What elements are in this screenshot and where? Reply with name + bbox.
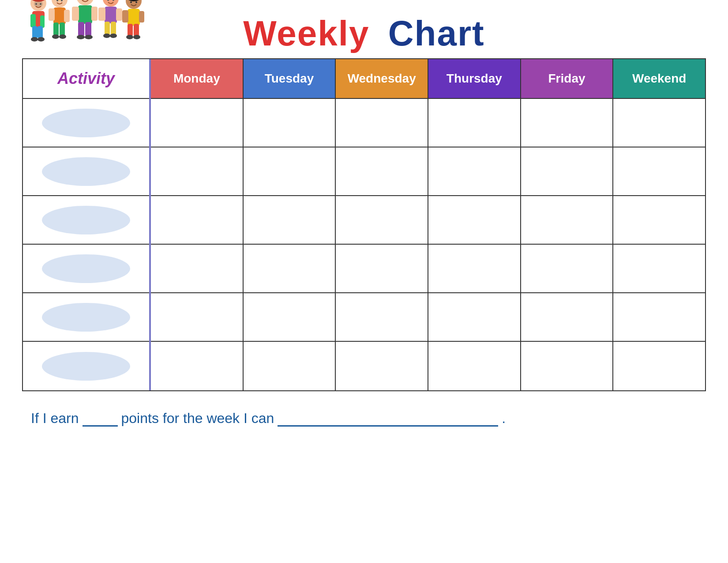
cell-thu-3[interactable]	[428, 196, 521, 244]
cell-wed-2[interactable]	[336, 147, 428, 195]
activity-oval-4	[42, 254, 130, 283]
cell-tue-4[interactable]	[244, 245, 336, 292]
cell-thu-2[interactable]	[428, 147, 521, 195]
svg-point-54	[130, 1, 132, 3]
activity-row	[23, 293, 149, 342]
cell-thu-1[interactable]	[428, 99, 521, 147]
svg-rect-15	[49, 8, 55, 21]
svg-rect-17	[53, 23, 59, 36]
cell-wkd-1[interactable]	[613, 99, 705, 147]
activity-oval-3	[42, 206, 130, 234]
table-row	[151, 147, 705, 196]
cell-wkd-4[interactable]	[613, 245, 705, 292]
cell-mon-4[interactable]	[151, 245, 244, 292]
cell-mon-3[interactable]	[151, 196, 244, 244]
cell-wkd-2[interactable]	[613, 147, 705, 195]
day-header-monday: Monday	[151, 59, 244, 99]
cell-fri-1[interactable]	[521, 99, 614, 147]
day-label-monday: Monday	[173, 72, 220, 86]
svg-point-55	[135, 1, 137, 3]
day-label-friday: Friday	[548, 72, 585, 86]
cell-fri-6[interactable]	[521, 342, 614, 390]
svg-rect-39	[105, 22, 110, 35]
activity-row	[23, 342, 149, 390]
days-grid: Monday Tuesday Wednesday Thursday Friday…	[151, 59, 705, 390]
svg-rect-16	[64, 10, 70, 22]
cell-tue-6[interactable]	[244, 342, 336, 390]
footer-period: .	[502, 410, 506, 427]
activity-oval-1	[42, 109, 130, 137]
cell-wed-1[interactable]	[336, 99, 428, 147]
svg-rect-40	[111, 22, 116, 35]
svg-point-52	[126, 35, 133, 39]
footer-part2: points for the week I can	[121, 410, 274, 427]
svg-point-20	[59, 34, 66, 39]
cell-fri-5[interactable]	[521, 293, 614, 341]
activity-row	[23, 147, 149, 196]
svg-rect-50	[128, 24, 133, 36]
cell-tue-3[interactable]	[244, 196, 336, 244]
svg-rect-37	[98, 8, 105, 21]
svg-point-19	[52, 34, 59, 39]
svg-rect-27	[91, 7, 98, 21]
activity-oval-5	[42, 303, 130, 332]
svg-rect-36	[105, 7, 117, 23]
svg-point-9	[38, 37, 45, 42]
svg-rect-5	[40, 15, 45, 28]
table-row	[151, 293, 705, 342]
cell-mon-5[interactable]	[151, 293, 244, 341]
cell-tue-2[interactable]	[244, 147, 336, 195]
footer-points-blank[interactable]	[83, 409, 118, 427]
svg-point-31	[85, 35, 93, 39]
svg-point-11	[40, 3, 41, 5]
cell-thu-6[interactable]	[428, 342, 521, 390]
svg-point-8	[31, 37, 38, 42]
table-row	[151, 99, 705, 147]
cell-thu-4[interactable]	[428, 245, 521, 292]
days-header-row: Monday Tuesday Wednesday Thursday Friday…	[151, 59, 705, 99]
day-header-wednesday: Wednesday	[336, 59, 428, 99]
cell-tue-1[interactable]	[244, 99, 336, 147]
day-header-tuesday: Tuesday	[244, 59, 336, 99]
svg-point-10	[35, 3, 37, 5]
svg-rect-14	[53, 8, 66, 24]
svg-point-42	[110, 34, 117, 38]
svg-rect-49	[139, 11, 144, 23]
activity-header: Activity	[23, 59, 149, 99]
cell-wed-5[interactable]	[336, 293, 428, 341]
day-header-friday: Friday	[521, 59, 614, 99]
cell-fri-2[interactable]	[521, 147, 614, 195]
activity-row	[23, 245, 149, 293]
svg-rect-26	[72, 7, 79, 21]
cell-wkd-6[interactable]	[613, 342, 705, 390]
day-label-tuesday: Tuesday	[265, 72, 314, 86]
day-label-weekend: Weekend	[632, 72, 686, 86]
svg-rect-25	[78, 5, 92, 24]
footer-reward-blank[interactable]	[278, 409, 498, 427]
cell-wed-3[interactable]	[336, 196, 428, 244]
cell-wed-6[interactable]	[336, 342, 428, 390]
cell-mon-6[interactable]	[151, 342, 244, 390]
cell-mon-2[interactable]	[151, 147, 244, 195]
svg-rect-18	[60, 23, 65, 36]
data-rows	[151, 99, 705, 390]
cell-fri-4[interactable]	[521, 245, 614, 292]
svg-rect-7	[38, 26, 43, 38]
svg-point-23	[76, 0, 94, 5]
svg-point-30	[77, 35, 85, 39]
activity-row	[23, 196, 149, 245]
title-chart: Chart	[388, 14, 485, 53]
cell-fri-3[interactable]	[521, 196, 614, 244]
title-weekly: Weekly	[243, 14, 369, 53]
kids-illustration	[22, 0, 150, 54]
svg-rect-28	[78, 22, 84, 36]
cell-mon-1[interactable]	[151, 99, 244, 147]
cell-thu-5[interactable]	[428, 293, 521, 341]
svg-rect-48	[122, 10, 128, 23]
cell-wkd-3[interactable]	[613, 196, 705, 244]
cell-wed-4[interactable]	[336, 245, 428, 292]
svg-point-41	[103, 34, 110, 38]
svg-rect-47	[128, 9, 140, 26]
cell-tue-5[interactable]	[244, 293, 336, 341]
cell-wkd-5[interactable]	[613, 293, 705, 341]
